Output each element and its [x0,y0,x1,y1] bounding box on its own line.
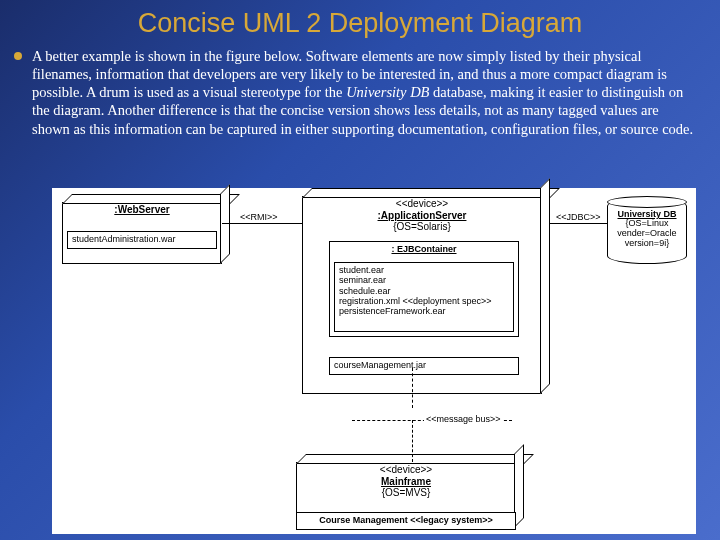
bullet-text: A better example is shown in the figure … [32,47,696,138]
edge-rmi-label: <<RMI>> [238,212,280,222]
edge-jdbc [550,223,607,224]
mainframe-component: Course Management <<legacy system>> [296,512,516,530]
mainframe-header: <<device>> Mainframe {OS=MVS} [297,463,515,500]
ejb-container: : EJBContainer student.ear seminar.ear s… [329,241,519,337]
node-webserver: :WebServer studentAdministration.war [62,202,222,264]
edge-jar-to-bus [412,368,413,408]
edge-bus-v [412,420,413,462]
webserver-title: :WebServer [63,203,221,217]
appserver-header: <<device>> :ApplicationServer {OS=Solari… [303,197,541,234]
jar-artifact: courseManagement.jar [329,357,519,375]
node-appserver: <<device>> :ApplicationServer {OS=Solari… [302,196,542,394]
node-database: University DB {OS=Linux vender=Oracle ve… [607,198,687,264]
db-tags: {OS=Linux vender=Oracle version=9i} [608,219,686,249]
ejb-title: : EJBContainer [334,244,514,254]
slide-title: Concise UML 2 Deployment Diagram [0,0,720,39]
edge-bus-label: <<message bus>> [424,414,503,424]
webserver-artifact: studentAdministration.war [67,231,217,249]
bullet-row: A better example is shown in the figure … [0,39,720,142]
edge-jdbc-label: <<JDBC>> [554,212,603,222]
edge-rmi [222,223,302,224]
deployment-diagram: :WebServer studentAdministration.war <<d… [52,188,696,534]
bullet-icon [14,52,22,60]
ejb-files: student.ear seminar.ear schedule.ear reg… [334,262,514,332]
